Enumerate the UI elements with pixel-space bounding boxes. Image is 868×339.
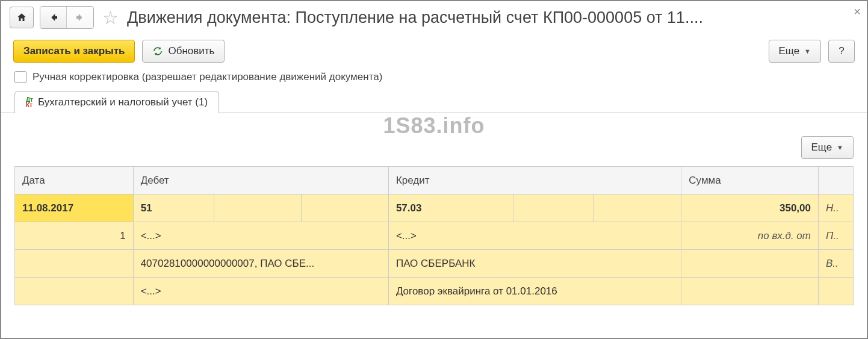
cell-debit-sub1[interactable]: <...> [133, 222, 388, 250]
cell-sum[interactable]: 350,00 [681, 194, 819, 222]
sub-toolbar: Еще ▼ [14, 123, 854, 166]
cell-debit-q2[interactable] [302, 194, 389, 222]
manual-edit-row: Ручная корректировка (разрешает редактир… [1, 69, 867, 90]
cell-empty2[interactable] [15, 278, 134, 305]
cell-date[interactable]: 11.08.2017 [15, 194, 134, 222]
refresh-icon [152, 46, 163, 57]
home-button[interactable] [10, 7, 34, 28]
posting-row-sub3[interactable]: <...> Договор эквайринга от 01.01.2016 [15, 278, 854, 305]
app-window: ☆ Движения документа: Поступление на рас… [0, 0, 868, 339]
th-credit[interactable]: Кредит [388, 167, 681, 194]
th-debit[interactable]: Дебет [133, 167, 388, 194]
cell-empty[interactable] [15, 250, 134, 278]
tab-label: Бухгалтерский и налоговый учет (1) [38, 96, 208, 108]
favorite-star-icon[interactable]: ☆ [102, 7, 119, 28]
cell-note3[interactable]: В.. [818, 250, 853, 278]
cell-debit-q1[interactable] [214, 194, 302, 222]
more-label: Еще [779, 45, 800, 57]
th-date[interactable]: Дата [15, 167, 134, 194]
dtkt-icon: ДтКт [26, 97, 33, 108]
help-button[interactable]: ? [828, 40, 855, 63]
cell-credit-sub2[interactable]: ПАО СБЕРБАНК [388, 250, 681, 278]
main-toolbar: Записать и закрыть Обновить Еще ▼ ? [1, 36, 867, 69]
sub-more-label: Еще [811, 142, 832, 154]
forward-button[interactable] [67, 7, 93, 28]
posting-row-main[interactable]: 11.08.2017 51 57.03 350,00 Н.. [15, 194, 854, 222]
refresh-label: Обновить [168, 45, 214, 57]
cell-sum3[interactable] [681, 250, 819, 278]
save-close-button[interactable]: Записать и закрыть [13, 40, 135, 63]
save-close-label: Записать и закрыть [23, 45, 125, 57]
nav-arrows [40, 6, 94, 29]
posting-row-sub2[interactable]: 40702810000000000007, ПАО СБЕ... ПАО СБЕ… [15, 250, 854, 278]
cell-note4[interactable] [818, 278, 853, 305]
more-button[interactable]: Еще ▼ [769, 40, 821, 63]
cell-credit-account[interactable]: 57.03 [388, 194, 513, 222]
tab-accounting[interactable]: ДтКт Бухгалтерский и налоговый учет (1) [14, 91, 219, 113]
titlebar: ☆ Движения документа: Поступление на рас… [1, 1, 867, 36]
help-label: ? [839, 45, 844, 57]
posting-row-sub1[interactable]: 1 <...> <...> по вх.д. от П.. [15, 222, 854, 250]
manual-edit-checkbox[interactable] [14, 71, 26, 83]
cell-seq[interactable]: 1 [15, 222, 134, 250]
table-header-row: Дата Дебет Кредит Сумма [15, 167, 854, 194]
cell-credit-sub1[interactable]: <...> [388, 222, 681, 250]
page-title: Движения документа: Поступление на расче… [127, 8, 858, 27]
arrow-right-icon [75, 12, 85, 23]
caret-down-icon: ▼ [837, 144, 843, 151]
cell-credit-q2[interactable] [594, 194, 681, 222]
close-button[interactable]: × [854, 5, 861, 19]
sub-more-button[interactable]: Еще ▼ [801, 136, 854, 159]
refresh-button[interactable]: Обновить [142, 40, 225, 63]
manual-edit-label: Ручная корректировка (разрешает редактир… [33, 71, 382, 83]
cell-debit-account[interactable]: 51 [133, 194, 214, 222]
cell-sum4[interactable] [681, 278, 819, 305]
arrow-left-icon [48, 12, 59, 23]
cell-debit-sub2[interactable]: 40702810000000000007, ПАО СБЕ... [133, 250, 388, 278]
th-note[interactable] [818, 167, 853, 194]
th-sum[interactable]: Сумма [681, 167, 819, 194]
cell-note2[interactable]: П.. [818, 222, 853, 250]
cell-sum-note[interactable]: по вх.д. от [681, 222, 819, 250]
tab-content: 1S83.info Еще ▼ Дата Дебет Кредит Сумма [1, 113, 867, 305]
cell-note[interactable]: Н.. [818, 194, 853, 222]
back-button[interactable] [40, 7, 67, 28]
caret-down-icon: ▼ [804, 48, 811, 55]
postings-table: Дата Дебет Кредит Сумма 11.08.2017 51 57… [14, 166, 854, 305]
home-icon [16, 12, 27, 23]
cell-credit-q1[interactable] [513, 194, 594, 222]
cell-credit-sub3[interactable]: Договор эквайринга от 01.01.2016 [388, 278, 681, 305]
tabs-row: ДтКт Бухгалтерский и налоговый учет (1) [1, 90, 867, 113]
nav-group [10, 6, 94, 29]
cell-debit-sub3[interactable]: <...> [133, 278, 388, 305]
